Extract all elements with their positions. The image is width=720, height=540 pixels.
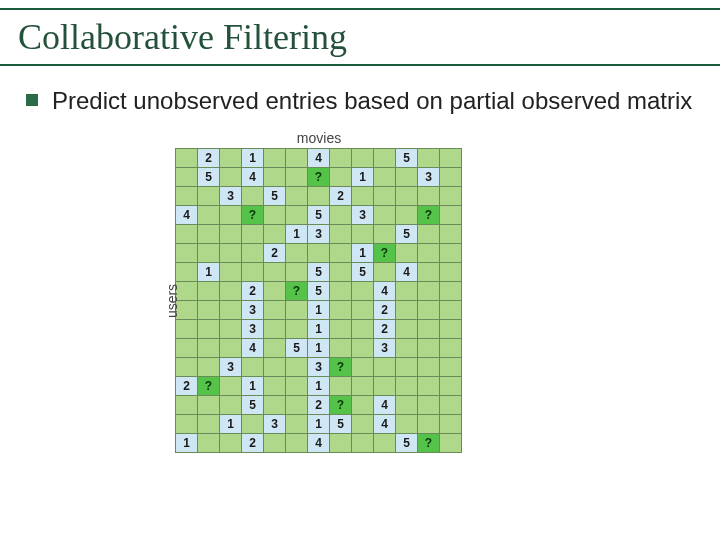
matrix-cell xyxy=(286,434,308,453)
matrix-cell xyxy=(264,434,286,453)
table-row: 1554 xyxy=(176,263,462,282)
matrix-cell xyxy=(352,301,374,320)
matrix-cell: 5 xyxy=(352,263,374,282)
matrix-cell xyxy=(308,244,330,263)
table-row: 312 xyxy=(176,320,462,339)
matrix-cell: 1 xyxy=(308,339,330,358)
matrix-cell xyxy=(374,187,396,206)
matrix-cell xyxy=(198,187,220,206)
table-row: 2?54 xyxy=(176,282,462,301)
x-axis-label: movies xyxy=(297,130,341,146)
matrix-cell: 2 xyxy=(242,282,264,301)
matrix-cell xyxy=(330,149,352,168)
matrix-cell xyxy=(330,320,352,339)
table-row: 4513 xyxy=(176,339,462,358)
matrix-cell xyxy=(176,149,198,168)
matrix-cell xyxy=(418,320,440,339)
matrix-cell xyxy=(264,206,286,225)
matrix-cell xyxy=(220,320,242,339)
matrix-cell xyxy=(198,415,220,434)
matrix-cell xyxy=(264,225,286,244)
matrix-cell: ? xyxy=(198,377,220,396)
matrix-cell xyxy=(198,358,220,377)
matrix-cell: 3 xyxy=(242,301,264,320)
matrix-cell xyxy=(176,415,198,434)
matrix-cell xyxy=(330,168,352,187)
matrix-cell: 4 xyxy=(176,206,198,225)
matrix-cell xyxy=(286,377,308,396)
matrix-cell: 3 xyxy=(352,206,374,225)
matrix-cell xyxy=(330,244,352,263)
matrix-cell xyxy=(440,377,462,396)
matrix-cell xyxy=(440,149,462,168)
matrix-cell xyxy=(440,434,462,453)
matrix-cell: 3 xyxy=(418,168,440,187)
matrix-cell: ? xyxy=(308,168,330,187)
matrix-cell xyxy=(286,149,308,168)
matrix-cell xyxy=(352,339,374,358)
matrix-cell xyxy=(264,168,286,187)
matrix-cell xyxy=(374,168,396,187)
matrix-cell: 4 xyxy=(374,396,396,415)
matrix-cell: ? xyxy=(330,358,352,377)
matrix-cell xyxy=(352,358,374,377)
matrix-cell: 1 xyxy=(176,434,198,453)
matrix-cell: 1 xyxy=(308,377,330,396)
matrix-cell xyxy=(242,187,264,206)
matrix-cell xyxy=(220,263,242,282)
matrix-cell xyxy=(396,301,418,320)
matrix-cell xyxy=(220,244,242,263)
matrix-cell: 3 xyxy=(374,339,396,358)
matrix-cell xyxy=(396,206,418,225)
matrix-cell xyxy=(440,339,462,358)
matrix-cell xyxy=(286,320,308,339)
matrix-cell xyxy=(418,187,440,206)
table-row: 52?4 xyxy=(176,396,462,415)
matrix-cell: 4 xyxy=(374,282,396,301)
matrix-cell xyxy=(198,320,220,339)
matrix-cell xyxy=(198,225,220,244)
matrix-cell xyxy=(220,377,242,396)
matrix-cell xyxy=(286,244,308,263)
matrix-cell xyxy=(418,415,440,434)
matrix-cell xyxy=(264,282,286,301)
matrix-cell xyxy=(440,301,462,320)
top-rule xyxy=(0,8,720,10)
matrix-cell: 1 xyxy=(308,415,330,434)
matrix-cell xyxy=(176,168,198,187)
matrix-cell xyxy=(242,244,264,263)
bullet-item: Predict unobserved entries based on part… xyxy=(26,86,694,115)
table-row: 1245? xyxy=(176,434,462,453)
matrix-cell xyxy=(220,434,242,453)
matrix-cell xyxy=(176,225,198,244)
matrix-cell xyxy=(220,168,242,187)
matrix-cell: 5 xyxy=(308,263,330,282)
matrix-cell xyxy=(176,339,198,358)
matrix-cell xyxy=(418,377,440,396)
matrix-cell xyxy=(352,415,374,434)
matrix-cell xyxy=(242,415,264,434)
table-row: 33? xyxy=(176,358,462,377)
matrix-cell: 4 xyxy=(374,415,396,434)
matrix-cell xyxy=(440,358,462,377)
matrix-cell: 4 xyxy=(396,263,418,282)
matrix-cell xyxy=(440,187,462,206)
matrix-cell xyxy=(330,225,352,244)
matrix-cell: 1 xyxy=(352,168,374,187)
matrix-cell: 4 xyxy=(308,149,330,168)
matrix-cell xyxy=(264,396,286,415)
matrix-cell xyxy=(198,244,220,263)
matrix-cell xyxy=(352,187,374,206)
matrix-cell: 5 xyxy=(198,168,220,187)
matrix-cell xyxy=(286,358,308,377)
matrix-cell xyxy=(220,396,242,415)
matrix-cell xyxy=(396,244,418,263)
matrix-cell xyxy=(286,396,308,415)
matrix-cell: 2 xyxy=(374,320,396,339)
matrix-cell xyxy=(440,415,462,434)
matrix-cell xyxy=(198,434,220,453)
matrix-cell xyxy=(176,396,198,415)
table-row: 21? xyxy=(176,244,462,263)
matrix-cell: 5 xyxy=(396,434,418,453)
matrix-cell xyxy=(440,168,462,187)
